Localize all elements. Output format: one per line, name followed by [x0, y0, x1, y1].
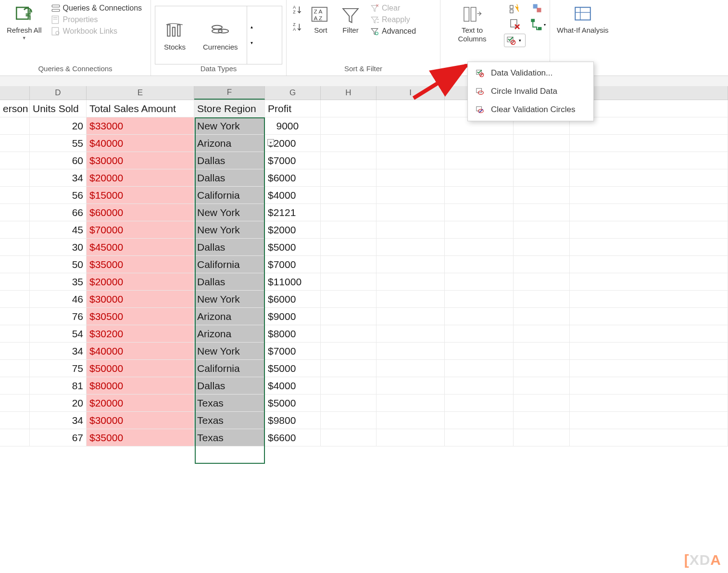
cell-profit[interactable]: $11000 [265, 273, 321, 291]
cell-sales[interactable]: $15000 [87, 187, 194, 204]
cell-profit[interactable]: $6000 [265, 169, 321, 187]
cell[interactable] [377, 117, 445, 135]
cell-region[interactable]: Texas [194, 412, 265, 429]
cell[interactable] [377, 412, 445, 429]
cell-header[interactable]: Store Region [194, 100, 265, 117]
cell[interactable] [445, 412, 514, 429]
sort-button[interactable]: Z AA Z Sort [308, 3, 334, 37]
col-header-h[interactable]: H [321, 86, 377, 100]
cell[interactable] [514, 291, 570, 308]
consolidate-button[interactable] [530, 3, 546, 15]
cell[interactable] [377, 152, 445, 169]
cell[interactable] [321, 412, 377, 429]
cell[interactable] [321, 221, 377, 239]
cell-sales[interactable]: $50000 [87, 360, 194, 377]
cell[interactable] [321, 429, 377, 446]
cell[interactable] [321, 360, 377, 377]
data-types-gallery[interactable]: Stocks Currencies ▲ ▼ [155, 6, 282, 64]
cell[interactable] [514, 239, 570, 256]
cell-sales[interactable]: $70000 [87, 221, 194, 239]
cell[interactable] [321, 325, 377, 343]
cell[interactable] [377, 221, 445, 239]
cell[interactable] [377, 308, 445, 325]
cell-region[interactable]: Dallas [194, 273, 265, 291]
cell[interactable] [377, 377, 445, 395]
cell[interactable] [570, 239, 728, 256]
cell-sales[interactable]: $45000 [87, 239, 194, 256]
cell[interactable] [445, 135, 514, 152]
cell[interactable] [0, 117, 30, 135]
cell[interactable] [321, 395, 377, 412]
cell[interactable] [445, 239, 514, 256]
cell[interactable] [377, 135, 445, 152]
cell[interactable] [570, 256, 728, 273]
cell-header[interactable]: Total Sales Amount [87, 100, 194, 117]
cell-region[interactable]: Arizona [194, 308, 265, 325]
col-header-f[interactable]: F [194, 86, 265, 100]
cell[interactable] [321, 135, 377, 152]
cell[interactable] [0, 308, 30, 325]
cell[interactable] [321, 169, 377, 187]
cell[interactable] [514, 152, 570, 169]
data-validation-split-button[interactable]: ▾ [504, 34, 526, 47]
cell[interactable] [570, 152, 728, 169]
cell[interactable] [514, 204, 570, 221]
cell[interactable] [514, 135, 570, 152]
cell[interactable] [377, 343, 445, 360]
col-header-e[interactable]: E [87, 86, 194, 100]
cell-units[interactable]: 81 [30, 377, 87, 395]
cell[interactable] [445, 429, 514, 446]
cell-sales[interactable]: $33000 [87, 117, 194, 135]
cell[interactable] [570, 273, 728, 291]
cell-region[interactable]: Texas [194, 429, 265, 446]
col-header-g[interactable]: G [265, 86, 321, 100]
cell-units[interactable]: 60 [30, 152, 87, 169]
cell-profit[interactable]: $7000 [265, 256, 321, 273]
cell[interactable] [377, 187, 445, 204]
menu-data-validation[interactable]: Data Validation... [468, 64, 593, 82]
cell[interactable] [0, 429, 30, 446]
cell-dropdown-handle[interactable]: ▾ [267, 139, 274, 146]
cell[interactable] [570, 221, 728, 239]
cell[interactable] [514, 187, 570, 204]
cell-region[interactable]: Dallas [194, 152, 265, 169]
cell[interactable] [377, 325, 445, 343]
cell[interactable] [514, 377, 570, 395]
cell-sales[interactable]: $30500 [87, 308, 194, 325]
cell[interactable] [445, 221, 514, 239]
cell[interactable] [570, 377, 728, 395]
cell-region[interactable]: California [194, 187, 265, 204]
cell-region[interactable]: Arizona [194, 135, 265, 152]
cell[interactable] [570, 343, 728, 360]
currencies-button[interactable]: Currencies [194, 16, 247, 55]
cell-profit[interactable]: $4000 [265, 187, 321, 204]
cell[interactable] [445, 273, 514, 291]
cell-sales[interactable]: $30000 [87, 152, 194, 169]
cell-units[interactable]: 46 [30, 291, 87, 308]
cell[interactable] [514, 343, 570, 360]
cell[interactable] [377, 239, 445, 256]
cell[interactable] [570, 412, 728, 429]
cell[interactable] [377, 169, 445, 187]
cell[interactable] [514, 360, 570, 377]
queries-connections-button[interactable]: Queries & Connections [49, 3, 145, 13]
cell[interactable] [445, 325, 514, 343]
cell[interactable] [0, 169, 30, 187]
cell-profit[interactable]: $7000 [265, 152, 321, 169]
cell-units[interactable]: 34 [30, 169, 87, 187]
cell[interactable] [514, 256, 570, 273]
cell-profit[interactable]: $5000 [265, 395, 321, 412]
cell-sales[interactable]: $35000 [87, 429, 194, 446]
menu-clear-circles[interactable]: Clear Validation Circles [468, 101, 593, 119]
cell[interactable] [514, 429, 570, 446]
cell[interactable] [445, 343, 514, 360]
cell[interactable] [445, 395, 514, 412]
cell[interactable] [514, 395, 570, 412]
cell-region[interactable]: California [194, 256, 265, 273]
cell[interactable] [570, 429, 728, 446]
cell[interactable] [0, 273, 30, 291]
cell-units[interactable]: 75 [30, 360, 87, 377]
cell[interactable] [377, 291, 445, 308]
cell[interactable] [514, 412, 570, 429]
cell-region[interactable]: Dallas [194, 169, 265, 187]
